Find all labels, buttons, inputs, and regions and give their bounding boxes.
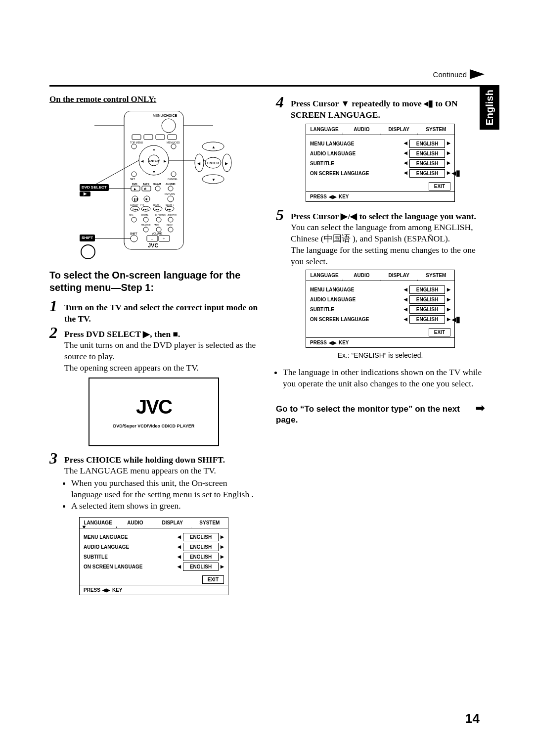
left-triangle-icon: ◀	[178, 534, 181, 540]
svg-text:TAPE: TAPE	[143, 183, 150, 186]
osd-row-label: AUDIO LANGUAGE	[310, 296, 404, 303]
svg-rect-5	[156, 135, 165, 140]
step4-number: 4	[276, 94, 287, 121]
svg-text:▶▶❙: ▶▶❙	[143, 208, 149, 211]
step3-number: 3	[49, 450, 60, 515]
svg-text:FM/AM: FM/AM	[153, 183, 161, 186]
osd-row-label: MENU LANGUAGE	[310, 286, 404, 293]
osd-row-value: ENGLISH	[409, 285, 445, 294]
svg-text:▲: ▲	[152, 147, 156, 151]
osd-tab-audio: AUDIO	[117, 518, 154, 528]
svg-text:MENU/OSD: MENU/OSD	[167, 141, 180, 144]
svg-text:SLOW +: SLOW +	[166, 204, 175, 206]
pointer-left-icon: ◂▮	[452, 169, 460, 177]
svg-text:ENTER: ENTER	[149, 159, 159, 162]
step5-body1: You can select the language from among E…	[291, 222, 485, 244]
svg-text:PTY: PTY	[140, 204, 144, 206]
osd-row-label: AUDIO LANGUAGE	[84, 544, 178, 550]
svg-point-56	[156, 217, 161, 222]
svg-text:❙◀◀: ❙◀◀	[132, 208, 138, 211]
svg-point-62	[156, 227, 161, 232]
step3-bullet2: A selected item shows in green.	[71, 500, 258, 512]
osd-row-value: ENGLISH	[183, 533, 219, 541]
osd-exit: EXIT	[202, 575, 224, 584]
osd-row-label: SUBTITLE	[84, 554, 178, 560]
svg-text:▼: ▼	[152, 170, 156, 174]
svg-text:■: ■	[145, 197, 147, 201]
osd-row-value: ENGLISH	[409, 149, 445, 158]
remote-tag-play-icon: ▶	[80, 191, 90, 196]
step5-lead: Press Cursor ▶/◀ to select the language …	[291, 211, 476, 221]
svg-rect-28	[142, 186, 151, 191]
dpad-callout-graphic: ▲ ▼ ◀ ▶ ENTER	[193, 141, 233, 185]
svg-text:AHB PRO: AHB PRO	[168, 214, 177, 216]
svg-text:+: +	[163, 236, 165, 241]
svg-text:⇄: ⇄	[144, 188, 146, 190]
osd-tab-language: LANGUAGE ▾	[80, 518, 117, 528]
svg-point-36	[168, 196, 174, 202]
svg-text:REV.: REV.	[129, 214, 134, 216]
osd-tab-display: DISPLAY	[381, 270, 418, 281]
osd-row-value: ENGLISH	[409, 295, 445, 304]
continued-label: Continued	[433, 70, 467, 79]
osd-row-value: ENGLISH	[183, 563, 219, 571]
osd-tab-audio: AUDIO	[343, 124, 380, 135]
svg-text:DVD: DVD	[132, 183, 137, 186]
step3-lead: Press CHOICE while holding down SHIFT.	[64, 455, 225, 465]
svg-text:◀◀: ◀◀	[155, 208, 159, 211]
osd-foot-press: PRESS	[84, 587, 100, 593]
step3-body1: The LANGUAGE menu appears on the TV.	[64, 465, 258, 476]
choice-label: CHOICE	[164, 114, 178, 117]
language-side-tab: English	[480, 85, 499, 130]
svg-text:▼: ▼	[212, 178, 216, 182]
osd-row-label: SUBTITLE	[310, 306, 404, 313]
svg-text:SET: SET	[130, 178, 135, 181]
osd-row-value: ENGLISH	[183, 543, 219, 551]
remote-only-heading: On the remote control ONLY:	[49, 94, 258, 105]
osd-row-label: ON SCREEN LANGUAGE	[310, 170, 404, 177]
svg-text:DIGITAL: DIGITAL	[141, 214, 149, 216]
svg-text:▲: ▲	[212, 145, 216, 149]
svg-text:TOP MENU: TOP MENU	[130, 141, 143, 144]
continued-arrow-icon	[470, 69, 485, 79]
svg-rect-4	[144, 135, 153, 140]
svg-text:BASS/: BASS/	[167, 224, 173, 226]
svg-text:–: –	[151, 236, 153, 241]
lr-triangle-icon: ◀▶	[102, 587, 110, 593]
jvc-sub: DVD/Super VCD/Video CD/CD PLAYER	[113, 424, 195, 429]
svg-point-55	[143, 217, 148, 222]
svg-text:CANCEL: CANCEL	[168, 178, 178, 181]
svg-text:▶: ▶	[134, 188, 136, 190]
osd-row-value: ENGLISH	[409, 159, 445, 168]
svg-point-65	[131, 235, 137, 242]
osd-row-label: MENU LANGUAGE	[84, 534, 178, 540]
svg-text:▶▶: ▶▶	[167, 208, 171, 211]
svg-text:3D PHONIC: 3D PHONIC	[155, 214, 166, 216]
shift-circle-callout	[80, 243, 208, 392]
svg-text:◀: ◀	[197, 161, 201, 166]
svg-text:ENTER: ENTER	[207, 161, 219, 165]
osd-row-label: AUDIO LANGUAGE	[310, 150, 404, 157]
note-bullet: The language in other indications shown …	[283, 367, 485, 389]
osd-menu-step4: LANGUAGE AUDIO DISPLAY SYSTEM MENU LANGU…	[306, 124, 455, 202]
down-arrow-icon: ▾	[83, 524, 86, 528]
step5-body2: The language for the setting menu change…	[291, 244, 485, 267]
osd-row-label: ON SCREEN LANGUAGE	[310, 316, 404, 323]
svg-point-61	[143, 227, 148, 232]
osd-row-value: ENGLISH	[183, 553, 219, 561]
svg-point-30	[155, 186, 160, 191]
osd-row-value: ENGLISH	[409, 315, 445, 324]
svg-point-57	[168, 217, 173, 222]
osd-exit: EXIT	[429, 328, 450, 336]
osd-caption: Ex.: “ENGLISH” is selected.	[276, 351, 485, 360]
step5-number: 5	[276, 207, 287, 267]
jvc-logo: JVC	[136, 394, 172, 420]
osd-tab-system: SYSTEM	[418, 124, 454, 135]
remote-control-graphic: MENU/ CHOICE ENTER ▲ ▼ ◀	[89, 111, 218, 259]
osd-row-label: ON SCREEN LANGUAGE	[84, 564, 178, 570]
svg-text:GROUP: GROUP	[130, 204, 138, 206]
remote-tag-dvd-select: DVD SELECT	[80, 184, 109, 191]
svg-text:▶: ▶	[225, 161, 228, 166]
language-side-tab-label: English	[484, 90, 495, 125]
right-arrow-icon: ➡	[476, 401, 485, 416]
